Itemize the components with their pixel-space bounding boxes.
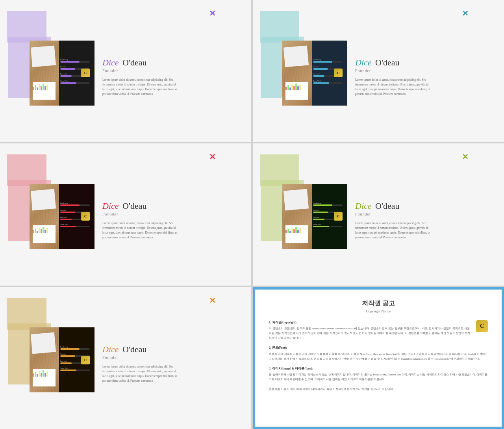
slide-5: ✕	[0, 287, 251, 429]
profile-stats-1: Leadership Creative Innovatif Team Work	[58, 44, 93, 102]
copyright-section1-title: 1. 저작권(Copyright):	[269, 320, 488, 325]
close-icon-4: ✕	[462, 152, 469, 162]
slide-name-3: Dice O'deau	[102, 201, 243, 211]
slide-3: ✕	[0, 143, 251, 285]
slide-body-4: Lorem ipsum dolor sit amet, consectetur …	[355, 221, 434, 240]
slide-content-1: Dice O'deau Founder Lorem ipsum dolor si…	[102, 46, 243, 97]
slide-name-2: Dice O'deau	[355, 58, 496, 68]
profile-stats-5: Leadership Creative Innovatif Team Work	[58, 331, 93, 389]
close-icon-3: ✕	[209, 152, 216, 162]
chart-3	[33, 225, 56, 243]
slide-2: ✕	[253, 0, 504, 142]
slide-image-3: Leadership Creative Innovatif Team Work	[8, 180, 94, 249]
paper-3	[31, 189, 56, 210]
c-badge-3: C	[81, 212, 90, 221]
slide-image-5: Leadership Creative Innovatif Team Work	[8, 323, 94, 392]
copyright-section-2: 2. 폰트(Font): 콘텐츠 내에 사용된 서체는 공개 라이선스를 통해 …	[269, 345, 488, 362]
close-icon-2: ✕	[462, 9, 469, 18]
chart-2	[285, 82, 308, 100]
copyright-section3-body: 본 슬라이드에 사용된 이미지는 라이선스가 있는 스톡 이미지입니다. 이미지…	[269, 373, 488, 382]
paper-2	[284, 45, 309, 67]
slide-name-5: Dice O'deau	[102, 344, 243, 355]
copyright-c-badge: C	[476, 320, 488, 332]
slide-role-4: Founder	[355, 212, 496, 216]
copyright-section2-body: 콘텐츠 내에 사용된 서체는 공개 라이선스를 통해 이용할 수 있으며, 서체…	[269, 352, 488, 362]
close-icon-1: ✕	[209, 9, 216, 18]
slide-image-4: Leadership Creative Innovatif Team Work	[261, 180, 347, 249]
close-icon-5: ✕	[209, 296, 216, 305]
slide-4: ✕	[253, 143, 504, 285]
slide-role-1: Founder	[102, 69, 243, 73]
chart-1	[33, 82, 56, 100]
slide-name-1: Dice O'deau	[102, 58, 243, 68]
paper-4	[284, 189, 309, 210]
photo-3	[30, 184, 59, 249]
slide-body-5: Lorem ipsum dolor sit amet, consectetur …	[102, 364, 181, 383]
copyright-section3-title: 3. 이미지(Image) & 아이콘(Icon):	[269, 366, 488, 371]
slide-grid: ✕	[0, 0, 504, 429]
slide-role-2: Founder	[355, 69, 496, 73]
copyright-title: 저작권 공고	[362, 299, 395, 308]
photo-4	[282, 184, 312, 249]
copyright-section2-title: 2. 폰트(Font):	[269, 345, 488, 351]
slide-body-1: Lorem ipsum dolor sit amet, consectetur …	[102, 78, 181, 97]
photo-5	[30, 327, 59, 392]
slide-1: ✕	[0, 0, 251, 142]
copyright-subtitle: Copyright Notice	[366, 309, 391, 313]
slide-content-5: Dice O'deau Founder Lorem ipsum dolor si…	[102, 332, 243, 383]
copyright-footer: 콘텐츠를 사용 시 이에 따른 사항에 대해 관리자 혹은 저작자에게 문의하거…	[269, 387, 488, 391]
chart-4	[285, 225, 308, 243]
copyright-section-1: 1. 저작권(Copyright): 이 콘텐츠의 모든 권리 및 저작권은 S…	[269, 320, 488, 341]
profile-card-container-3: Leadership Creative Innovatif Team Work	[30, 184, 94, 249]
slide-content-4: Dice O'deau Founder Lorem ipsum dolor si…	[355, 189, 496, 240]
profile-card-container-4: Leadership Creative Innovatif Team Work	[282, 184, 347, 249]
chart-5	[33, 369, 56, 386]
photo-2	[282, 41, 312, 106]
paper-5	[31, 332, 56, 354]
slide-image-2: Leadership Creative Innovatif Team Work	[261, 37, 347, 106]
slide-content-3: Dice O'deau Founder Lorem ipsum dolor si…	[102, 189, 243, 240]
slide-content-2: Dice O'deau Founder Lorem ipsum dolor si…	[355, 46, 496, 97]
c-badge-4: C	[334, 212, 343, 221]
profile-card-container-1: Leadership Creative Innovatif Team Work	[30, 41, 94, 106]
copyright-body: C 1. 저작권(Copyright): 이 콘텐츠의 모든 권리 및 저작권은…	[269, 320, 488, 392]
profile-stats-4: Leadership Creative Innovatif Team Work	[311, 187, 346, 246]
copyright-section1-body: 이 콘텐츠의 모든 권리 및 저작권은 Slidescarnival(www.c…	[269, 327, 488, 341]
c-badge-1: C	[81, 69, 90, 77]
c-badge-2: C	[334, 69, 343, 77]
profile-card-container-5: Leadership Creative Innovatif Team Work	[30, 327, 94, 392]
slide-copyright: 저작권 공고 Copyright Notice C 1. 저작권(Copyrig…	[253, 287, 504, 429]
slide-role-3: Founder	[102, 212, 243, 216]
slide-image-1: Leadership Creative Innovatif Team Work	[8, 37, 94, 106]
slide-name-4: Dice O'deau	[355, 201, 496, 211]
slide-role-5: Founder	[102, 355, 243, 360]
profile-stats-3: Leadership Creative Innovatif Team Work	[58, 187, 93, 246]
profile-card-container-2: Leadership Creative Innovatif Team Work	[282, 41, 347, 106]
slide-body-3: Lorem ipsum dolor sit amet, consectetur …	[102, 221, 181, 240]
photo-1	[30, 41, 59, 106]
copyright-section-3: 3. 이미지(Image) & 아이콘(Icon): 본 슬라이드에 사용된 이…	[269, 366, 488, 383]
c-badge-5: C	[81, 356, 90, 364]
profile-stats-2: Leadership Creative Innovatif Team Work	[311, 44, 346, 102]
slide-body-2: Lorem ipsum dolor sit amet, consectetur …	[355, 78, 434, 97]
paper-1	[31, 45, 56, 67]
